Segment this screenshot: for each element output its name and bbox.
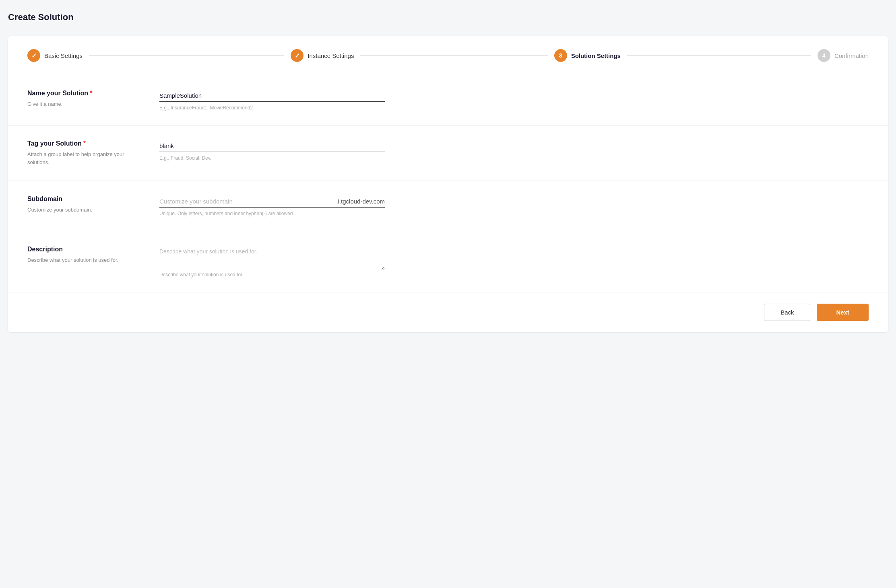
step-instance-settings: ✓ Instance Settings (291, 49, 554, 62)
step-1-indicator: ✓ Basic Settings (27, 49, 83, 62)
name-required-star: * (90, 90, 92, 97)
subdomain-input[interactable] (159, 195, 333, 207)
step-connector-1 (89, 56, 284, 56)
name-field-description: Give it a name. (27, 100, 140, 108)
step-2-circle: ✓ (291, 49, 303, 62)
step-4-label: Confirmation (834, 52, 869, 59)
description-input-area: Describe what your solution is used for. (159, 246, 385, 278)
subdomain-suffix: .i.tgcloud-dev.com (333, 198, 385, 205)
name-field-info: Name your Solution* Give it a name. (27, 90, 140, 108)
description-hint: Describe what your solution is used for. (159, 272, 385, 278)
solution-tag-input[interactable] (159, 140, 385, 152)
stepper: ✓ Basic Settings ✓ Instance Settings 3 (8, 36, 888, 75)
name-input-area: E.g., InsuranceFraud1, MovieRecommend2. (159, 90, 385, 111)
step-3-indicator: 3 Solution Settings (554, 49, 621, 62)
page-title: Create Solution (8, 8, 888, 27)
step-solution-settings: 3 Solution Settings (554, 49, 818, 62)
step-1-checkmark: ✓ (31, 52, 37, 60)
subdomain-field-description: Customize your subdomain. (27, 206, 140, 214)
step-1-circle: ✓ (27, 49, 40, 62)
description-field-description: Describe what your solution is used for. (27, 256, 140, 264)
step-connector-3 (627, 56, 811, 56)
tag-field-title: Tag your Solution* (27, 140, 140, 147)
next-button[interactable]: Next (817, 304, 869, 321)
tag-required-star: * (83, 140, 86, 147)
step-2-label: Instance Settings (308, 52, 354, 59)
back-button[interactable]: Back (764, 304, 810, 321)
subdomain-hint: Unique. Only letters, numbers and inner … (159, 211, 385, 216)
step-4-number: 4 (822, 52, 826, 59)
description-field-title: Description (27, 246, 140, 253)
wizard-container: ✓ Basic Settings ✓ Instance Settings 3 (8, 36, 888, 332)
name-section: Name your Solution* Give it a name. E.g.… (8, 75, 888, 125)
form-footer: Back Next (8, 292, 888, 332)
tag-input-hint: E.g., Fraud, Social, Dev. (159, 155, 385, 161)
step-3-label: Solution Settings (571, 52, 621, 59)
step-4-indicator: 4 Confirmation (818, 49, 869, 62)
step-4-circle: 4 (818, 49, 830, 62)
step-2-indicator: ✓ Instance Settings (291, 49, 354, 62)
subdomain-field-title: Subdomain (27, 195, 140, 203)
description-textarea[interactable] (159, 246, 385, 270)
description-field-info: Description Describe what your solution … (27, 246, 140, 264)
subdomain-section: Subdomain Customize your subdomain. .i.t… (8, 181, 888, 231)
subdomain-input-area: .i.tgcloud-dev.com Unique. Only letters,… (159, 195, 385, 216)
tag-field-info: Tag your Solution* Attach a group label … (27, 140, 140, 166)
tag-section: Tag your Solution* Attach a group label … (8, 125, 888, 181)
solution-name-input[interactable] (159, 90, 385, 102)
step-basic-settings: ✓ Basic Settings (27, 49, 291, 62)
step-3-circle: 3 (554, 49, 567, 62)
step-3-number: 3 (559, 52, 562, 59)
step-connector-2 (360, 56, 547, 56)
description-section: Description Describe what your solution … (8, 231, 888, 292)
step-confirmation: 4 Confirmation (818, 49, 869, 62)
subdomain-wrapper: .i.tgcloud-dev.com (159, 195, 385, 208)
name-input-hint: E.g., InsuranceFraud1, MovieRecommend2. (159, 105, 385, 111)
step-1-label: Basic Settings (44, 52, 83, 59)
subdomain-field-info: Subdomain Customize your subdomain. (27, 195, 140, 214)
tag-input-area: E.g., Fraud, Social, Dev. (159, 140, 385, 161)
tag-field-description: Attach a group label to help organize yo… (27, 150, 140, 166)
step-2-checkmark: ✓ (295, 52, 300, 60)
name-field-title: Name your Solution* (27, 90, 140, 97)
